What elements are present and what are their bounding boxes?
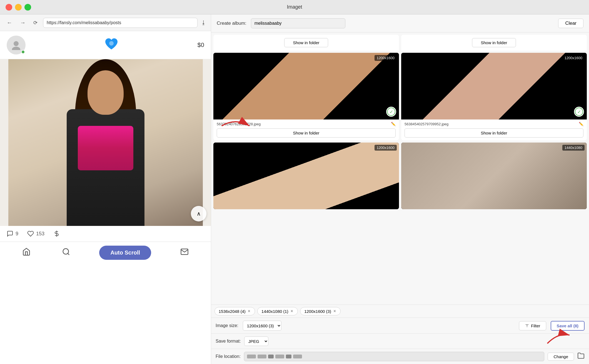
location-bar [244, 352, 545, 361]
edit-icon-1[interactable]: ✏️ [391, 122, 396, 126]
heart-like-icon [27, 230, 34, 237]
edit-icon-2[interactable]: ✏️ [579, 122, 583, 126]
image-thumb-1[interactable]: 1200x1600 ✓ [213, 53, 399, 119]
image-size-select[interactable]: 1200x1600 (3) 1440x1080 (1) 1536x2048 (4… [243, 321, 281, 331]
location-path [247, 355, 302, 358]
show-folder-button-2[interactable]: Show in folder [405, 128, 583, 138]
pink-top-element [78, 126, 133, 170]
top-show-folder-cell-1: Show in folder [213, 35, 399, 51]
back-button[interactable]: ← [4, 18, 14, 27]
filename-2: 563845402579709952.jpeg [405, 122, 448, 126]
home-nav-button[interactable] [20, 245, 33, 260]
save-format-select[interactable]: JPEG PNG WEBP [244, 336, 268, 346]
tip-action [53, 230, 60, 237]
filter-bar: 1536x2048 (4) × 1440x1080 (1) × 1200x160… [211, 305, 589, 318]
change-button[interactable]: Change [548, 353, 574, 361]
heart-icon [104, 37, 119, 53]
post-actions: 9 153 [0, 226, 211, 242]
check-badge-2: ✓ [574, 107, 584, 117]
svg-point-2 [109, 41, 114, 46]
right-panel: Create album: Clear Show in folder Show … [211, 14, 589, 364]
browser-panel: ← → ⟳ ⭳ [0, 14, 211, 364]
album-label: Create album: [217, 21, 246, 26]
top-show-folder-button-2[interactable]: Show in folder [472, 38, 516, 47]
forward-button[interactable]: → [18, 18, 28, 27]
refresh-button[interactable]: ⟳ [31, 19, 40, 27]
filter-tag-remove-1[interactable]: × [247, 309, 251, 314]
home-icon [22, 248, 31, 256]
social-header: $0 [0, 31, 211, 59]
album-input[interactable] [251, 18, 345, 28]
path-seg-2 [258, 355, 266, 358]
image-dim-badge-1: 1200x1600 [375, 55, 397, 61]
check-icon-1: ✓ [387, 108, 395, 116]
image-dim-badge-3: 1200x1600 [375, 145, 397, 151]
avatar-container [7, 36, 26, 54]
filter-icon [525, 323, 529, 328]
browser-content: $0 ∧ 9 153 [0, 31, 211, 364]
app-title: Imaget [287, 4, 302, 10]
comment-icon [7, 230, 13, 237]
check-badge-1: ✓ [386, 107, 396, 117]
minimize-button[interactable] [15, 4, 22, 11]
svg-point-1 [12, 47, 20, 50]
filter-tag-1: 1536x2048 (4) × [214, 307, 255, 315]
image-info-2: 563845402579709952.jpeg ✏️ [401, 119, 587, 128]
svg-point-0 [14, 41, 19, 46]
filter-button[interactable]: Filter [519, 321, 546, 330]
image-item-2: 1200x1600 ✓ 563845402579709952.jpeg ✏️ S… [401, 53, 587, 140]
folder-icon [577, 352, 585, 359]
image-item-3: 1200x1600 [213, 143, 399, 209]
share-button[interactable]: ⭳ [201, 19, 206, 26]
mail-nav-button[interactable] [178, 245, 191, 260]
image-dim-badge-2: 1200x1600 [562, 55, 585, 61]
image-thumb-3[interactable]: 1200x1600 [213, 143, 399, 209]
show-folder-button-1[interactable]: Show in folder [217, 128, 396, 138]
online-indicator [21, 50, 25, 54]
image-thumb-2[interactable]: 1200x1600 ✓ [401, 53, 587, 119]
comment-action: 9 [7, 230, 18, 237]
thumb-image-2 [401, 53, 587, 119]
thumb-image-1 [213, 53, 399, 119]
top-show-folder-cell-2: Show in folder [401, 35, 587, 51]
filter-tag-remove-2[interactable]: × [290, 309, 294, 314]
filter-btn-label: Filter [531, 323, 540, 328]
dollar-icon [53, 230, 60, 237]
face-element [88, 70, 124, 115]
filter-tag-label-2: 1440x1080 (1) [261, 309, 288, 314]
close-button[interactable] [6, 4, 12, 11]
thumb-image-3 [213, 143, 399, 209]
filter-tag-label-3: 1200x1600 (3) [304, 309, 331, 314]
filter-tag-3: 1200x1600 (3) × [300, 307, 341, 315]
comment-count: 9 [16, 231, 18, 237]
balance-display: $0 [198, 41, 204, 49]
search-nav-button[interactable] [60, 245, 73, 260]
filter-tag-label-1: 1536x2048 (4) [219, 309, 246, 314]
image-item-1: 1200x1600 ✓ 563792407628361728.jpeg ✏️ S… [213, 53, 399, 140]
top-show-folder-row: Show in folder Show in folder [211, 33, 589, 51]
path-seg-1 [247, 355, 256, 358]
check-icon-2: ✓ [575, 108, 583, 116]
image-item-4: 1440x1080 [401, 143, 587, 209]
top-show-folder-button-1[interactable]: Show in folder [284, 38, 328, 47]
save-all-button[interactable]: Save all (8) [551, 321, 585, 331]
folder-open-button[interactable] [577, 352, 585, 361]
titlebar: Imaget [0, 0, 589, 14]
mail-icon [180, 248, 189, 256]
bottom-navigation: Auto Scroll [0, 242, 211, 263]
images-grid: 1200x1600 ✓ 563792407628361728.jpeg ✏️ S… [213, 53, 587, 209]
album-header: Create album: Clear [211, 14, 589, 33]
url-input[interactable] [43, 18, 198, 28]
maximize-button[interactable] [24, 4, 31, 11]
scroll-up-button[interactable]: ∧ [191, 206, 206, 221]
auto-scroll-button[interactable]: Auto Scroll [99, 246, 151, 260]
post-image [8, 59, 203, 226]
thumb-image-4 [401, 143, 587, 209]
filter-tag-remove-3[interactable]: × [333, 309, 336, 314]
clear-button[interactable]: Clear [558, 19, 583, 28]
image-thumb-4[interactable]: 1440x1080 [401, 143, 587, 209]
like-action: 153 [27, 230, 44, 237]
save-format-label: Save format: [216, 339, 241, 344]
path-seg-4 [275, 355, 284, 358]
format-row: Save format: JPEG PNG WEBP [211, 333, 589, 349]
